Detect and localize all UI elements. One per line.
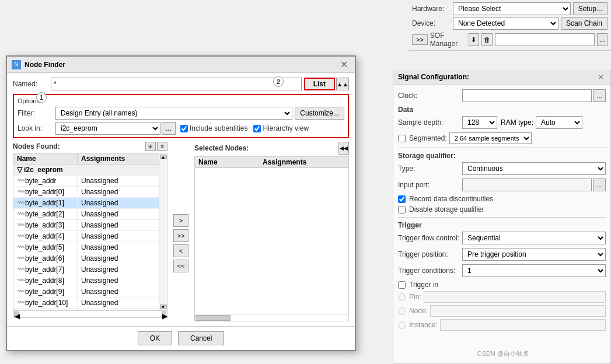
filter-select[interactable]: Design Entry (all names) (55, 107, 292, 120)
list-button[interactable]: List (304, 78, 335, 90)
input-port-dots[interactable]: ... (593, 178, 606, 191)
table-row[interactable]: byte_addr[0]Unassigned (13, 187, 159, 198)
selected-nodes-table-container: Name Assignments (194, 156, 349, 314)
table-row[interactable]: byte_addr[9]Unassigned (13, 286, 159, 298)
selected-hscroll-thumb[interactable] (195, 315, 231, 321)
customize-button[interactable]: Customize... (295, 107, 344, 120)
wave-icon (17, 221, 25, 229)
signal-config-close[interactable]: × (596, 72, 606, 82)
setup-button[interactable]: Setup... (573, 2, 607, 15)
lookin-row: Look in: i2c_eeprom ... Include subentit… (18, 122, 344, 135)
selected-nodes-section: Selected Nodes: ◀◀ Name Assignments (194, 142, 349, 321)
sample-depth-select[interactable]: 128 (462, 116, 497, 129)
scroll-up-arrow[interactable]: ▲ (160, 155, 167, 159)
group-header-row[interactable]: ▽ i2c_eeprom (13, 164, 159, 176)
sof-download-icon[interactable]: ⬇ (469, 33, 479, 46)
hscroll-left[interactable]: ◀ (14, 312, 19, 317)
wave-icon (17, 243, 25, 251)
nodes-found-table-body[interactable]: ▽ i2c_eeprom byte_addrUnassigned byte_ad… (13, 164, 159, 310)
cancel-button[interactable]: Cancel (178, 331, 224, 345)
hardware-select[interactable]: Please Select (453, 2, 571, 15)
expand-button[interactable]: ▲▲ (336, 78, 349, 90)
named-row: Named: List ▲▲ (13, 78, 349, 90)
transfer-left-one-button[interactable]: < (173, 244, 188, 257)
selected-nodes-hscroll[interactable] (194, 314, 349, 321)
instance-input[interactable] (440, 319, 606, 331)
record-data-checkbox[interactable] (398, 195, 406, 203)
segmented-label: Segmented: (409, 134, 447, 142)
hierarchy-view-label: Hierarchy view (263, 124, 309, 132)
include-subentities-checkbox[interactable] (180, 125, 188, 132)
transfer-left-all-button[interactable]: << (173, 260, 188, 272)
sof-arrow-button[interactable]: >> (412, 34, 428, 45)
node-radio[interactable] (398, 307, 406, 315)
sof-delete-icon[interactable]: 🗑 (481, 33, 492, 46)
sof-input-field[interactable] (495, 33, 595, 46)
transfer-right-one-button[interactable]: > (173, 214, 188, 227)
hardware-row: Hardware: Please Select Setup... (412, 2, 607, 15)
transfer-right-all-button[interactable]: >> (173, 229, 188, 242)
scan-chain-button[interactable]: Scan Chain (561, 17, 607, 30)
scroll-down-arrow[interactable]: ▼ (160, 304, 167, 309)
table-row[interactable]: byte_addrUnassigned (13, 176, 159, 187)
signal-config-body: Clock: ... Data Sample depth: 128 RAM ty… (393, 85, 610, 338)
pin-radio[interactable] (398, 293, 406, 301)
nodes-found-section: Nodes Found: ⊞ ≡ Name Assignments (13, 142, 167, 321)
hierarchy-view-checkbox[interactable] (253, 125, 261, 132)
ok-button[interactable]: OK (138, 331, 172, 345)
sof-row: >> SOF Manager ⬇ 🗑 ... (412, 32, 607, 48)
table-row[interactable]: byte_addr[8]Unassigned (13, 275, 159, 286)
pin-input[interactable] (424, 291, 606, 303)
options-label-row: Options (18, 97, 344, 104)
selected-nav-button[interactable]: ◀◀ (338, 142, 349, 155)
table-row[interactable]: byte_addr[5]Unassigned (13, 242, 159, 253)
nodes-rows-container: byte_addrUnassigned byte_addr[0]Unassign… (13, 176, 159, 310)
storage-qualifier-label: Storage qualifier: (398, 152, 606, 160)
node-name-cell: byte_addr[1] (13, 198, 78, 208)
nodes-found-scrollbar[interactable]: ▲ ▼ (159, 153, 167, 311)
col-name-header: Name (13, 153, 78, 164)
trigger-flow-select[interactable]: Sequential (462, 232, 606, 244)
instance-label: Instance: (409, 321, 438, 329)
ram-type-select[interactable]: Auto (536, 116, 582, 129)
node-input[interactable] (430, 305, 606, 317)
table-row[interactable]: byte_addr[3]Unassigned (13, 220, 159, 231)
include-subentities-label: Include subentities (190, 124, 247, 132)
instance-radio[interactable] (398, 321, 406, 329)
clock-dots-button[interactable]: ... (593, 89, 606, 102)
device-select[interactable]: None Detected (453, 17, 558, 30)
lookin-label: Look in: (18, 124, 55, 132)
input-port-field[interactable] (462, 178, 592, 191)
table-row[interactable]: byte_addr[6]Unassigned (13, 253, 159, 264)
clock-input[interactable] (462, 89, 592, 102)
hscroll-right[interactable]: ▶ (162, 312, 166, 317)
disable-storage-checkbox[interactable] (398, 206, 406, 214)
table-row[interactable]: byte_addr[11]Unassigned (13, 309, 159, 310)
type-select[interactable]: Continuous (462, 162, 606, 175)
nodes-found-hscroll[interactable]: ◀ ▶ (13, 311, 167, 318)
table-row[interactable]: byte_addr[4]Unassigned (13, 231, 159, 242)
segmented-select[interactable]: 2 64 sample segments (449, 132, 532, 144)
lookin-select[interactable]: i2c_eeprom (55, 122, 160, 135)
table-row[interactable]: byte_addr[1]Unassigned (13, 198, 159, 209)
lookin-dots-button[interactable]: ... (162, 122, 176, 135)
trigger-position-row: Trigger position: Pre trigger position (398, 248, 606, 261)
named-input[interactable] (51, 78, 302, 90)
nodes-icon-grid[interactable]: ⊞ (145, 142, 156, 151)
node-assign-cell: Unassigned (78, 231, 159, 242)
nodes-found-table: Name Assignments ▽ i2c_eeprom (13, 153, 159, 311)
trigger-position-select[interactable]: Pre trigger position (462, 248, 606, 261)
trigger-in-checkbox[interactable] (398, 281, 406, 289)
group-expand-icon: ▽ (17, 166, 22, 174)
pin-label: Pin: (409, 293, 421, 301)
instance-row: Instance: (398, 319, 606, 331)
table-row[interactable]: byte_addr[10]Unassigned (13, 298, 159, 309)
dialog-close-button[interactable]: ✕ (338, 59, 350, 70)
nodes-icon-list[interactable]: ≡ (157, 142, 167, 151)
table-row[interactable]: byte_addr[7]Unassigned (13, 264, 159, 275)
sof-more-button[interactable]: ... (597, 33, 607, 46)
segmented-checkbox[interactable] (398, 135, 406, 142)
selected-nodes-body[interactable] (195, 168, 348, 314)
trigger-conditions-select[interactable]: 1 (462, 264, 606, 277)
table-row[interactable]: byte_addr[2]Unassigned (13, 209, 159, 220)
